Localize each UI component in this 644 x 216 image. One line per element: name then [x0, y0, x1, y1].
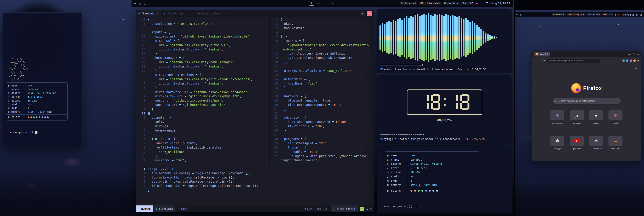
shortcut-cloudflare[interactable]: ☁: [608, 136, 622, 146]
code-line: 25 rtkit.enable = true;: [270, 124, 374, 128]
toggle-button[interactable]: ◉: [360, 11, 366, 16]
music-icon[interactable]: ♪: [479, 2, 481, 5]
shortcut-chat.openai[interactable]: ✻: [589, 136, 603, 146]
close-tab-icon[interactable]: ×: [226, 12, 227, 15]
shortcut-search.nixos[interactable]: ❄: [550, 110, 564, 120]
extension-icon[interactable]: [634, 60, 636, 62]
code-line: 26 };: [270, 128, 374, 133]
color-dot: [414, 190, 416, 192]
viz-bar: [450, 16, 451, 59]
close-tab-icon[interactable]: ×: [191, 12, 193, 15]
forward-button[interactable]: →: [538, 59, 541, 62]
extension-icon[interactable]: [626, 60, 628, 62]
shortcut-youtube[interactable]: ▶: [570, 136, 584, 146]
fetch-info-box: ◉usertux⌂hnamecanopus❄distroNixOS 24.11 …: [6, 82, 68, 120]
fetch-value: canopus: [26, 88, 38, 91]
new-tab-button[interactable]: +: [552, 53, 554, 56]
viz-bar: [392, 20, 394, 55]
viz-bar: [478, 27, 480, 48]
workspace-2[interactable]: 2: [316, 1, 321, 6]
shortcut-chatgpt[interactable]: ✻: [550, 136, 564, 146]
viz-bar: [380, 26, 381, 50]
viz-bar: [474, 23, 476, 52]
menu-icon[interactable]: ≡: [134, 2, 136, 5]
menu-icon[interactable]: ≡: [516, 13, 518, 16]
record-icon[interactable]: ●: [476, 2, 478, 5]
code-line: 21 description = "tux's NixOS Flake";: [136, 22, 269, 26]
fetch-value: 1: [26, 106, 29, 110]
nix-file-icon: ❄: [164, 12, 165, 15]
color-dot: [418, 190, 420, 192]
bluetooth-icon[interactable]: ᛒ: [482, 2, 484, 5]
code-pane-flake-nix[interactable]: 22{21 description = "tux's NixOS Flake";…: [136, 17, 269, 166]
system-stats: P: BalancedGPU: IntegratedHome: 6msBat: …: [552, 13, 613, 16]
buffer-tab-hosts/isoImag..[interactable]: ❄hosts/isoImag..×: [196, 10, 230, 17]
refresh-button[interactable]: ↻: [542, 59, 545, 62]
fetch-row-memory: ▦memory1946 | 15394 MiB: [385, 183, 479, 187]
shortcut-claude[interactable]: ✳: [608, 110, 622, 120]
workspace-1[interactable]: 1: [309, 1, 314, 6]
maximize-button[interactable]: ▢: [633, 53, 635, 55]
buffer-tab-pkgs/default...[interactable]: ❄pkgs/default...×: [161, 10, 196, 17]
code-line: 5}: [136, 188, 374, 192]
viz-bar: [384, 24, 386, 51]
viz-bar: [386, 23, 388, 53]
workspace-4[interactable]: 4: [330, 1, 335, 6]
address-bar[interactable]: Search with Google or enter address: [546, 59, 600, 63]
extension-icon[interactable]: [630, 60, 632, 62]
tab-new-tab[interactable]: New Tab: [534, 52, 550, 57]
fetch-value: 6.9.8-zen1: [408, 166, 427, 170]
fetch-label: user: [11, 84, 26, 88]
close-tab-icon[interactable]: ×: [157, 12, 158, 15]
fetch-row-kernel: ✦kernel6.9.8-zen1: [6, 95, 67, 99]
viz-bar: [436, 15, 438, 60]
fetch-row-distro: ❄distroNixOS 24.11 (Vicuna): [385, 162, 479, 166]
fetch-label: kernel: [390, 166, 408, 170]
fetch-row-hname: ⌂hnamecanopus: [385, 158, 479, 162]
code-pane-iso-image[interactable]: 1{2 pkgs,3 modulesPath,4 ...5}: {6 impor…: [269, 17, 374, 166]
new-tab-page: ⚙ Firefox Search with Google or enter ad…: [532, 64, 641, 161]
prompt-arrow-icon: →: [388, 205, 389, 208]
code-line: 6 } @ inputs: let: [136, 137, 269, 141]
color-dot: [429, 190, 431, 192]
record-icon[interactable]: ●: [615, 14, 616, 16]
code-line: 18 hardware = {: [270, 94, 374, 99]
lines-icon: ≡: [360, 207, 364, 211]
fetch-value: NixOS 24.11 (Vicuna): [408, 162, 444, 166]
code-line: 22{: [136, 18, 269, 22]
grid-icon[interactable]: ▤: [139, 2, 141, 5]
buffer-tab-flake.nix[interactable]: ❄flake.nix×: [136, 10, 161, 17]
close-button[interactable]: ✕: [637, 53, 639, 55]
code-line: 10 ];: [136, 154, 269, 158]
code-pane-pkgs-default[interactable]: 1{pkgs, ...}: {1 tux-awesome-wm-config =…: [136, 166, 374, 206]
layout-icon[interactable]: ◫: [144, 2, 146, 5]
fetch-label: uptime: [390, 170, 408, 174]
search-input[interactable]: Search with Google or enter address: [552, 98, 621, 104]
fetch-label: distro: [11, 91, 26, 95]
close-window-button[interactable]: ×: [367, 11, 372, 16]
memory-icon: ▦: [6, 110, 11, 114]
terminal-window[interactable]: \ \ // ==\__\/ // // \// ==// //== //\__…: [3, 12, 82, 146]
minimize-button[interactable]: —: [628, 53, 630, 55]
menu-button[interactable]: ≡: [637, 59, 639, 62]
shortcut-amazon[interactable]: a: [570, 110, 584, 120]
editor-window[interactable]: ❄flake.nix×❄pkgs/default...×❄hosts/isoIm…: [136, 10, 374, 212]
workspace-3[interactable]: 3: [323, 1, 328, 6]
shortcut-grid: ❄search.nixosaamazon●github✳claude✻chatg…: [550, 110, 628, 161]
code-line: 5}: {: [270, 35, 374, 39]
personalize-gear-icon[interactable]: ⚙: [634, 67, 637, 70]
color-dot: [422, 190, 424, 192]
code-line: 24 sudo.wheelNeedsPassword = false;: [270, 120, 374, 124]
fetch-row-pkgs: ▤pkgs1: [6, 106, 67, 110]
user-icon: ◉: [6, 84, 11, 88]
viz-bar: [406, 16, 408, 59]
shortcut-github[interactable]: ●: [589, 110, 603, 120]
grid-icon[interactable]: ▤: [520, 13, 521, 16]
firefox-window[interactable]: New Tab + — ▢ ✕ ← → ↻ Search with Google…: [532, 51, 641, 161]
extension-icon[interactable]: [622, 60, 625, 62]
back-button[interactable]: ←: [534, 59, 537, 62]
lsp-status: ⚙ LSP ~ null-ls: [304, 207, 328, 210]
bluetooth-icon[interactable]: ᛒ: [618, 13, 619, 16]
fetch-row-uptime: ◷uptime3h 59m: [385, 170, 479, 174]
track-progress: ======================>: [380, 63, 424, 66]
